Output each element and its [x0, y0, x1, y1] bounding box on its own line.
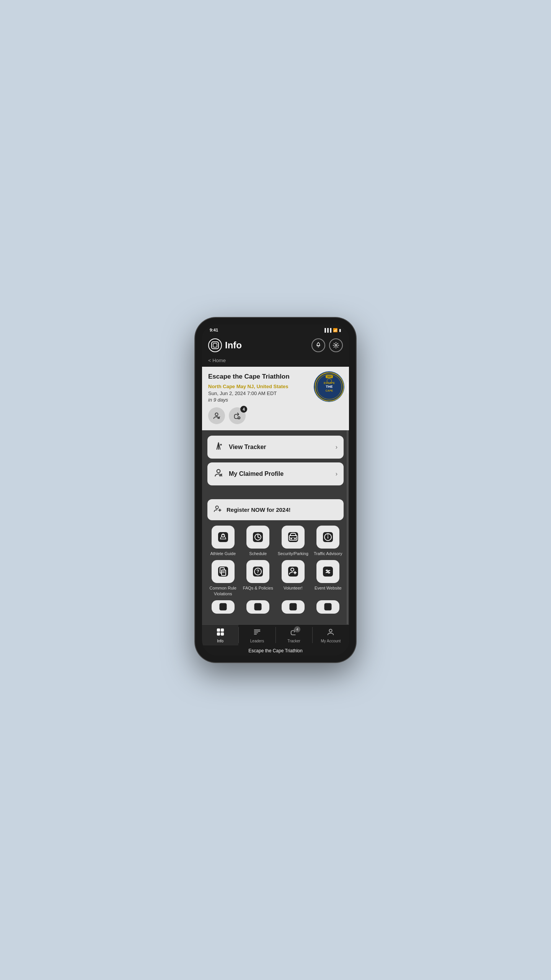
view-tracker-arrow: › [336, 444, 337, 451]
volunteer-icon [282, 560, 305, 583]
svg-rect-41 [254, 603, 262, 611]
map-partial[interactable] [277, 600, 309, 616]
extra-grid-partial [207, 600, 344, 616]
svg-point-24 [290, 538, 292, 539]
my-account-tab-icon [326, 628, 335, 638]
instagram-partial[interactable] [207, 600, 239, 616]
svg-rect-45 [221, 629, 224, 632]
svg-point-11 [215, 413, 218, 416]
tab-info[interactable]: Info [202, 625, 238, 645]
scrollbar-thumb [347, 382, 348, 394]
svg-rect-46 [217, 632, 220, 635]
common-rule-violations-label: Common Rule Violations [207, 585, 239, 596]
schedule-icon [246, 526, 269, 549]
instagram-icon-partial [212, 600, 235, 614]
sponsors-partial[interactable] [313, 600, 344, 616]
info-tab-label: Info [217, 639, 223, 643]
svg-text:i: i [223, 533, 223, 536]
bottom-title-bar: Escape the Cape Triathlon [202, 645, 349, 655]
faqs-policies-label: FAQs & Policies [243, 585, 273, 591]
sponsors-icon-partial [316, 600, 339, 614]
status-time: 9:41 [210, 328, 218, 332]
breadcrumb: < Home [202, 356, 349, 367]
traffic-advisory-item[interactable]: i Traffic Advisory [313, 526, 344, 556]
info-grid: i Athlete Guide [207, 526, 344, 596]
bottom-event-title: Escape the Cape Triathlon [248, 648, 302, 653]
traffic-advisory-icon: i [316, 526, 339, 549]
settings-button[interactable] [329, 338, 343, 352]
athlete-guide-item[interactable]: i Athlete Guide [207, 526, 239, 556]
main-scroll: Escape the Cape Triathlon North Cape May… [202, 367, 349, 624]
register-icon [214, 505, 222, 515]
svg-point-2 [335, 345, 337, 346]
leaders-tab-label: Leaders [250, 639, 264, 643]
svg-point-14 [217, 469, 220, 473]
main-actions-section: View Tracker › My Claimed Profile [202, 430, 349, 491]
svg-text:CAPE: CAPE [325, 389, 333, 392]
traffic-advisory-label: Traffic Advisory [314, 551, 342, 556]
profile-arrow: › [336, 470, 337, 477]
my-claimed-profile-button[interactable]: My Claimed Profile › [207, 462, 344, 485]
event-card: Escape the Cape Triathlon North Cape May… [202, 367, 349, 430]
volunteer-label: Volunteer! [284, 585, 303, 591]
my-claimed-profile-label: My Claimed Profile [229, 470, 336, 477]
svg-text:?: ? [257, 569, 259, 574]
schedule-item[interactable]: Schedule [243, 526, 274, 556]
schedule-label: Schedule [249, 551, 267, 556]
event-website-item[interactable]: Event Website [313, 560, 344, 596]
security-parking-item[interactable]: Security/Parking [277, 526, 309, 556]
event-date: Sun, Jun 2, 2024 7:00 AM EDT [208, 390, 308, 396]
battery-icon: ▮ [339, 328, 341, 332]
svg-point-25 [294, 538, 296, 539]
event-website-label: Event Website [315, 585, 342, 591]
bottom-tab-bar: Info Leaders [202, 625, 349, 645]
notifications-button[interactable] [311, 338, 325, 352]
svg-rect-40 [219, 603, 227, 611]
checkin-button[interactable] [208, 407, 225, 424]
facebook-icon-partial [246, 600, 269, 614]
status-icons: ▐▐▐ 📶 ▮ [323, 328, 341, 332]
app-logo [208, 338, 222, 352]
svg-point-15 [216, 506, 218, 509]
svg-point-12 [238, 417, 240, 419]
scrollbar-track [347, 367, 348, 624]
info-section: Register NOW for 2024! i [202, 494, 349, 621]
facebook-partial[interactable] [243, 600, 274, 616]
tab-leaders[interactable]: Leaders [239, 625, 275, 645]
volunteer-item[interactable]: Volunteer! [277, 560, 309, 596]
svg-rect-43 [324, 603, 332, 611]
tracker-button[interactable]: 4 [229, 407, 246, 424]
bottom-nav: Info Leaders [202, 624, 349, 645]
wifi-icon: 📶 [333, 328, 337, 332]
tracker-tab-label: Tracker [287, 639, 300, 643]
faqs-policies-icon: ? [246, 560, 269, 583]
svg-rect-42 [289, 603, 297, 611]
faqs-policies-item[interactable]: ? FAQs & Policies [243, 560, 274, 596]
svg-text:i: i [328, 533, 329, 537]
register-label: Register NOW for 2024! [227, 506, 291, 513]
event-countdown: in 9 days [208, 397, 308, 403]
tracker-tab-badge: 4 [294, 626, 300, 632]
security-parking-label: Security/Parking [278, 551, 308, 556]
tracker-icon [214, 441, 223, 453]
tab-tracker[interactable]: 4 Tracker [276, 625, 312, 645]
back-link[interactable]: < Home [208, 358, 226, 363]
svg-rect-30 [328, 536, 328, 538]
svg-point-29 [328, 538, 328, 539]
event-logo: ESCAPE THE CAPE 2024 [314, 371, 344, 402]
common-rule-violations-item[interactable]: Common Rule Violations [207, 560, 239, 596]
svg-rect-44 [217, 629, 220, 632]
security-parking-icon [282, 526, 305, 549]
svg-rect-0 [212, 342, 218, 349]
register-button[interactable]: Register NOW for 2024! [207, 499, 344, 520]
view-tracker-button[interactable]: View Tracker › [207, 436, 344, 459]
athlete-guide-icon: i [212, 526, 235, 549]
tracker-badge: 4 [240, 406, 247, 413]
tab-my-account[interactable]: My Account [313, 625, 349, 645]
page-title: Info [225, 340, 311, 351]
header-actions [311, 338, 343, 352]
status-bar: 9:41 ▐▐▐ 📶 ▮ [202, 325, 349, 335]
my-account-tab-label: My Account [321, 639, 341, 643]
svg-rect-1 [213, 343, 217, 347]
signal-icon: ▐▐▐ [323, 328, 331, 332]
